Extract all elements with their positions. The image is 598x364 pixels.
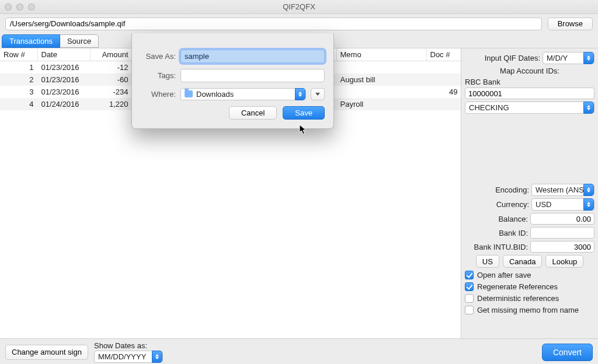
intu-label: Bank INTU.BID: — [474, 243, 528, 251]
show-dates-label: Show Dates as: — [94, 341, 163, 350]
tags-input[interactable] — [180, 69, 325, 82]
account-id-input[interactable] — [465, 88, 594, 99]
bank-name-label: RBC Bank — [465, 78, 594, 86]
account-type-select[interactable]: CHECKING — [465, 102, 594, 114]
bankid-label: Bank ID: — [499, 229, 528, 237]
file-path-input[interactable] — [5, 18, 542, 30]
cancel-button[interactable]: Cancel — [229, 106, 277, 120]
missing-memo-checkbox[interactable] — [465, 306, 474, 314]
path-row: Browse — [0, 14, 598, 33]
convert-button[interactable]: Convert — [542, 344, 593, 361]
window-title: QIF2QFX — [0, 2, 598, 11]
intu-input[interactable] — [530, 241, 594, 253]
deterministic-refs-checkbox[interactable] — [465, 294, 474, 303]
input-dates-label: Input QIF Dates: — [485, 54, 540, 62]
lookup-button[interactable]: Lookup — [545, 255, 583, 268]
zoom-window-icon[interactable] — [28, 4, 35, 10]
deterministic-refs-label: Deterministic references — [477, 294, 559, 303]
map-acct-label: Map Account IDs: — [465, 66, 594, 75]
dropdown-icon — [583, 198, 594, 211]
expand-dialog-button[interactable] — [311, 88, 325, 100]
regenerate-refs-label: Regenerate References — [477, 282, 558, 291]
canada-button[interactable]: Canada — [503, 255, 543, 268]
show-dates-select[interactable]: MM/DD/YYYY — [94, 351, 163, 363]
encoding-select[interactable]: Western (ANSI — [531, 184, 594, 196]
close-window-icon[interactable] — [5, 4, 12, 10]
save-button[interactable]: Save — [283, 106, 325, 120]
side-panel: Input QIF Dates: M/D/Y Map Account IDs: … — [461, 48, 598, 338]
open-after-save-checkbox[interactable] — [465, 271, 474, 279]
dropdown-icon — [295, 88, 305, 100]
currency-select[interactable]: USD — [531, 198, 594, 211]
regenerate-refs-checkbox[interactable] — [465, 282, 474, 291]
col-memo[interactable]: Memo — [336, 48, 426, 61]
dropdown-icon — [583, 184, 594, 196]
balance-label: Balance: — [498, 215, 528, 223]
col-date[interactable]: Date — [37, 48, 90, 61]
footer: Change amount sign Show Dates as: MM/DD/… — [0, 338, 598, 364]
dropdown-icon — [152, 351, 162, 363]
chevron-down-icon — [315, 93, 320, 96]
us-button[interactable]: US — [476, 255, 499, 268]
folder-icon — [185, 90, 193, 97]
encoding-label: Encoding: — [495, 186, 529, 194]
titlebar: QIF2QFX — [0, 0, 598, 14]
where-label: Where: — [141, 90, 176, 99]
col-row[interactable]: Row # — [0, 48, 37, 61]
where-select[interactable]: Downloads — [180, 88, 306, 100]
tab-transactions[interactable]: Transactions — [2, 34, 60, 48]
save-dialog: Save As: Tags: Where: Downloads Cancel S… — [131, 33, 334, 129]
balance-input[interactable] — [530, 213, 594, 225]
dropdown-icon — [583, 52, 594, 64]
open-after-save-label: Open after save — [477, 271, 531, 279]
input-dates-select[interactable]: M/D/Y — [543, 52, 594, 64]
save-as-input[interactable] — [180, 50, 325, 63]
missing-memo-label: Get missing memo from name — [477, 306, 579, 314]
col-amount[interactable]: Amount — [90, 48, 132, 61]
tags-label: Tags: — [141, 71, 176, 80]
save-as-label: Save As: — [141, 52, 176, 61]
bankid-input[interactable] — [530, 227, 594, 239]
dropdown-icon — [583, 102, 594, 114]
browse-button[interactable]: Browse — [548, 18, 593, 30]
currency-label: Currency: — [496, 200, 529, 209]
tab-source[interactable]: Source — [60, 34, 99, 48]
col-doc[interactable]: Doc # — [426, 48, 461, 61]
minimize-window-icon[interactable] — [16, 4, 23, 10]
change-amount-sign-button[interactable]: Change amount sign — [5, 345, 88, 360]
